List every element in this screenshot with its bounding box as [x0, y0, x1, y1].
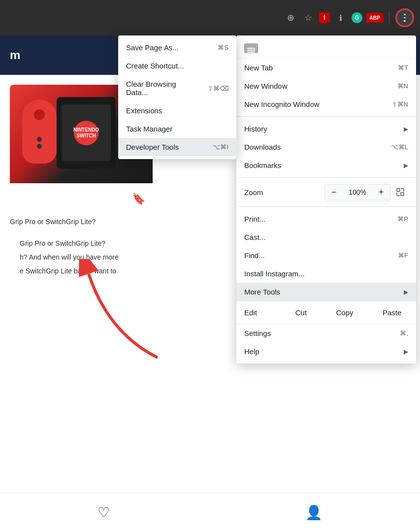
- hamburger-lines: [247, 48, 255, 49]
- star-icon[interactable]: ☆: [301, 11, 315, 25]
- menu-divider-3: [236, 206, 416, 207]
- submenu-item-save-page[interactable]: Save Page As... ⌘S: [118, 38, 236, 57]
- more-tools-submenu: Save Page As... ⌘S Create Shortcut... Cl…: [118, 35, 236, 159]
- joycon-btn2: [37, 144, 42, 149]
- console-screen: NINTENDOSWITCH: [62, 104, 111, 161]
- chrome-menu: New Tab ⌘T New Window ⌘N New Incognito W…: [236, 35, 416, 364]
- readwise-icon[interactable]: I: [319, 12, 330, 23]
- menu-divider-2: [236, 177, 416, 178]
- bottom-nav-profile[interactable]: 👤: [305, 504, 323, 521]
- zoom-expand-button[interactable]: [392, 184, 408, 200]
- menu-item-help[interactable]: Help ▶: [236, 342, 416, 361]
- toolbar-divider: [389, 12, 389, 24]
- grammarly-icon[interactable]: G: [352, 12, 362, 23]
- menu-header-icon: [244, 43, 258, 53]
- menu-item-history[interactable]: History ▶: [236, 120, 416, 138]
- menu-item-new-incognito[interactable]: New Incognito Window ⇧⌘N: [236, 95, 416, 113]
- menu-item-install-instagram[interactable]: Install Instagram...: [236, 265, 416, 283]
- submenu-item-task-manager[interactable]: Task Manager: [118, 120, 236, 138]
- chrome-menu-button[interactable]: [395, 8, 414, 27]
- zoom-value-display: 100%: [343, 188, 372, 196]
- menu-item-downloads[interactable]: Downloads ⌥⌘L: [236, 138, 416, 156]
- edit-actions: Cut Copy Paste: [281, 304, 416, 321]
- page-title: m: [10, 48, 20, 62]
- menu-item-new-tab[interactable]: New Tab ⌘T: [236, 59, 416, 77]
- zoom-controls: − 100% +: [324, 184, 390, 200]
- bottom-nav-heart[interactable]: ♡: [97, 504, 110, 521]
- bookmark-icon[interactable]: 🔖: [132, 193, 145, 205]
- edit-row: Edit Cut Copy Paste: [236, 301, 416, 324]
- menu-item-print[interactable]: Print... ⌘P: [236, 210, 416, 228]
- submenu-item-developer-tools[interactable]: Developer Tools ⌥⌘I: [118, 138, 236, 156]
- console-body: NINTENDOSWITCH: [57, 97, 116, 168]
- dot3: [404, 20, 406, 22]
- submenu-item-clear-browsing[interactable]: Clear Browsing Data... ⇧⌘⌫: [118, 75, 236, 101]
- zoom-row: Zoom − 100% +: [236, 181, 416, 203]
- menu-item-settings[interactable]: Settings ⌘,: [236, 324, 416, 342]
- dot2: [404, 17, 406, 19]
- chrome-menu-header: [236, 38, 416, 59]
- copy-button[interactable]: Copy: [326, 304, 363, 321]
- cut-button[interactable]: Cut: [286, 304, 317, 321]
- menu-item-bookmarks[interactable]: Bookmarks ▶: [236, 156, 416, 174]
- toolbar-icons: ⊕ ☆ I ℹ G ABP: [284, 8, 414, 27]
- switch-logo: NINTENDOSWITCH: [74, 121, 98, 145]
- svg-rect-0: [397, 189, 400, 192]
- joycon-btn1: [37, 137, 42, 142]
- add-tab-icon[interactable]: ⊕: [284, 11, 297, 25]
- joycon-stick-left: [34, 109, 45, 120]
- paste-button[interactable]: Paste: [373, 304, 411, 321]
- svg-rect-1: [401, 193, 404, 196]
- menu-item-cast[interactable]: Cast...: [236, 228, 416, 246]
- joycon-buttons: [37, 137, 42, 149]
- abp-icon[interactable]: ABP: [366, 13, 383, 23]
- menu-divider-1: [236, 116, 416, 117]
- zoom-minus-button[interactable]: −: [325, 184, 343, 200]
- menu-item-find[interactable]: Find... ⌘F: [236, 246, 416, 265]
- browser-toolbar: ⊕ ☆ I ℹ G ABP: [0, 0, 420, 35]
- joycon-left: [22, 100, 57, 164]
- info-icon[interactable]: ℹ: [334, 11, 348, 25]
- card-footer: 🔖: [10, 183, 153, 213]
- submenu-item-create-shortcut[interactable]: Create Shortcut...: [118, 57, 236, 75]
- menu-item-more-tools[interactable]: More Tools ▶: [236, 283, 416, 301]
- menu-item-new-window[interactable]: New Window ⌘N: [236, 77, 416, 95]
- zoom-plus-button[interactable]: +: [372, 184, 390, 200]
- submenu-item-extensions[interactable]: Extensions: [118, 101, 236, 120]
- bottom-nav: ♡ 👤: [0, 493, 420, 532]
- dot1: [404, 14, 406, 15]
